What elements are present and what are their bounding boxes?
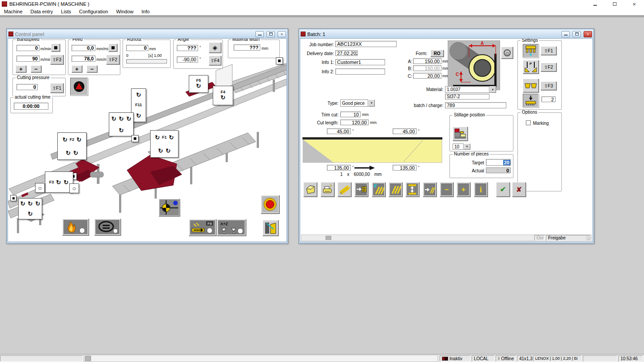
- info-button[interactable]: i: [474, 182, 488, 197]
- bandspeed-actual-field[interactable]: 0: [16, 45, 40, 51]
- decrease-button[interactable]: −: [440, 182, 453, 197]
- batch-close-button[interactable]: ×: [584, 31, 592, 37]
- type-combo[interactable]: Good piece ▼: [340, 99, 375, 107]
- bandspeed-set-field[interactable]: 90: [16, 56, 40, 62]
- angle-shift-f4-button[interactable]: ⇧F4: [209, 56, 221, 65]
- batch-minimize-button[interactable]: [561, 31, 570, 37]
- menu-lists[interactable]: Lists: [57, 9, 75, 14]
- edit-cut-list-button[interactable]: [372, 182, 386, 197]
- settings-shift-f3-button[interactable]: ⇧F3: [541, 81, 557, 90]
- menu-window[interactable]: Window: [112, 9, 137, 14]
- menu-machine[interactable]: Machine: [0, 9, 27, 14]
- cut-length-field[interactable]: 120,00: [340, 119, 369, 125]
- angle-set-field[interactable]: -90,00: [177, 56, 198, 63]
- control-panel-minimize-button[interactable]: [255, 31, 264, 37]
- a-z-button[interactable]: A+Z: [217, 219, 246, 236]
- increase-button[interactable]: +: [457, 182, 470, 197]
- feed-minus-button[interactable]: −: [87, 65, 97, 72]
- bandspeed-minus-button[interactable]: −: [31, 65, 41, 72]
- batch-scrollbar-thumb[interactable]: [326, 236, 331, 240]
- feed-to-cut-button[interactable]: [423, 182, 437, 197]
- reference-point-button[interactable]: [159, 199, 180, 216]
- saw-guide-button[interactable]: [523, 44, 539, 58]
- machine-sensor-button-2[interactable]: ○: [69, 183, 79, 193]
- dim-a-field[interactable]: 150,00: [413, 58, 441, 64]
- material-combo[interactable]: 1.0037 ▼: [445, 86, 496, 93]
- feed-actual-field[interactable]: 0,0: [72, 45, 95, 51]
- job-number-field[interactable]: ABC123XX: [335, 41, 397, 47]
- measure-height-button[interactable]: [405, 182, 419, 197]
- info2-field[interactable]: [335, 68, 385, 75]
- batch-maximize-button[interactable]: [572, 31, 581, 37]
- machine-outfeed-buttons[interactable]: ↻↻↻↻: [18, 198, 42, 219]
- main-restore-button[interactable]: [605, 0, 624, 8]
- marking-checkbox[interactable]: [526, 120, 531, 125]
- chevron-down-icon[interactable]: ▼: [464, 143, 470, 150]
- target-field[interactable]: 20: [486, 159, 511, 166]
- emergency-stop-button[interactable]: [261, 195, 279, 214]
- chevron-down-icon[interactable]: ▼: [368, 99, 375, 107]
- machine-stop-marker-mid[interactable]: [131, 135, 139, 142]
- angle-bottom-right-field[interactable]: 135,00: [393, 165, 417, 171]
- angle-top-left-field[interactable]: 45,00: [327, 128, 351, 134]
- cutting-time-field[interactable]: 0:00:00: [14, 103, 48, 110]
- angle-top-right-field[interactable]: 45,00: [393, 128, 417, 134]
- delivery-date-field[interactable]: 27.02.2022: [335, 50, 358, 56]
- form-button[interactable]: RO: [430, 50, 444, 57]
- menu-data-entry[interactable]: Data entry: [27, 9, 57, 14]
- machine-sensor-button-1[interactable]: ○: [35, 183, 45, 193]
- clamping-button[interactable]: [94, 219, 121, 235]
- menu-info[interactable]: Info: [138, 9, 154, 14]
- feed-set-field[interactable]: 78,0: [72, 56, 95, 62]
- main-close-button[interactable]: ×: [624, 0, 644, 8]
- material-dropdown-button[interactable]: ▼: [489, 86, 496, 93]
- exit-door-button[interactable]: [262, 220, 278, 236]
- machine-stop-marker-bottom[interactable]: [10, 195, 16, 201]
- control-panel-titlebar[interactable]: Control panel ×: [8, 30, 287, 38]
- info1-field[interactable]: Customer1: [335, 59, 385, 65]
- ok-button[interactable]: ✔: [496, 182, 510, 197]
- bandspeed-shift-f3-button[interactable]: ⇧F3: [50, 55, 64, 64]
- stillage-button[interactable]: [453, 127, 468, 141]
- machine-f1-button[interactable]: ↻ F1 ↻↻↻: [150, 130, 179, 158]
- torch-button[interactable]: [62, 219, 89, 235]
- resize-grip[interactable]: [586, 235, 591, 240]
- dim-b-field[interactable]: 150,00: [413, 65, 441, 71]
- control-panel-maximize-button[interactable]: [266, 31, 275, 37]
- batch-titlebar[interactable]: Batch: 1 ×: [300, 30, 593, 38]
- chip-brush-count-field[interactable]: 2: [541, 96, 556, 102]
- menu-configuration[interactable]: Configuration: [75, 9, 112, 14]
- clamping-jaws-button[interactable]: [523, 79, 539, 92]
- trim-cut-field[interactable]: 10: [340, 111, 361, 117]
- control-panel-close-button[interactable]: ×: [278, 31, 286, 37]
- mdi-scrollbar-thumb[interactable]: [85, 356, 91, 361]
- mdi-horizontal-scrollbar[interactable]: [83, 355, 438, 362]
- stillage-position-combo[interactable]: 10 ▼: [453, 143, 470, 150]
- cancel-button[interactable]: ✘: [512, 182, 526, 197]
- machine-infeed-buttons[interactable]: ↻↻↻↻: [109, 112, 134, 136]
- angle-bottom-left-field[interactable]: 135,00: [327, 165, 351, 171]
- cutting-pressure-shift-f1-button[interactable]: ⇧F1: [50, 83, 64, 93]
- measuring-f8-button[interactable]: F8: [189, 219, 216, 236]
- machine-f2-button[interactable]: ↻ F2 ↻↻↻: [57, 132, 87, 160]
- batch-charge-field[interactable]: 789: [445, 102, 506, 108]
- main-minimize-button[interactable]: [585, 0, 605, 8]
- dim-c-field[interactable]: 20,00: [413, 73, 441, 79]
- machine-f4-button[interactable]: F4 ↻: [213, 86, 233, 105]
- machine-f5-button[interactable]: F5 ↻: [189, 75, 208, 93]
- bandspeed-plus-button[interactable]: +: [16, 65, 26, 72]
- bandspeed-stop-button[interactable]: [51, 44, 60, 52]
- runout-field[interactable]: 0: [126, 45, 148, 51]
- bundle-button[interactable]: [338, 182, 351, 197]
- angle-reference-button[interactable]: ◈: [209, 42, 221, 53]
- settings-shift-f1-button[interactable]: ⇧F1: [541, 46, 557, 55]
- material-width-field[interactable]: ???: [234, 44, 260, 51]
- profile-select-button[interactable]: [501, 47, 513, 59]
- feed-shift-f2-button[interactable]: ⇧F2: [106, 55, 119, 64]
- feed-plus-button[interactable]: +: [72, 65, 82, 72]
- new-piece-button[interactable]: [303, 182, 317, 197]
- cutting-pressure-field[interactable]: 0: [16, 84, 38, 90]
- coolant-button[interactable]: [70, 78, 88, 95]
- feed-stop-button[interactable]: [108, 44, 117, 52]
- feed-to-grid-button[interactable]: [354, 182, 368, 197]
